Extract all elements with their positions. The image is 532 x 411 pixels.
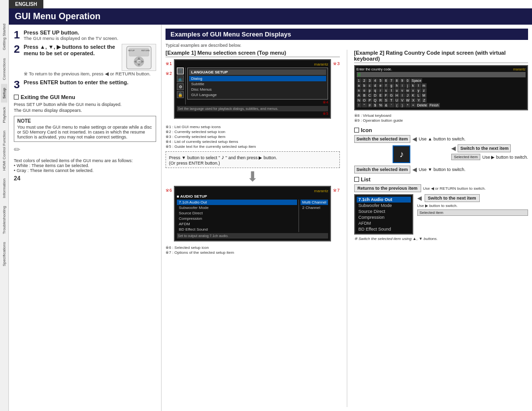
sidebar-tab-specifications[interactable]: Specifications (1, 238, 7, 270)
screen-labels-2: ※6 : Selected setup icon ※7 : Options of… (166, 245, 340, 255)
list-layout: 7.1ch Audio Out Subwoofer Mode Source Di… (354, 194, 529, 235)
footnote-7: ※7 : Options of the selected setup item (166, 250, 340, 255)
kb-row-4: ABCDEFGHIJKLM (357, 93, 526, 98)
switch-selected-label-2: Switch the selected item (354, 166, 411, 173)
kb-footnote-9: ※9 : Operation button guide (354, 118, 529, 123)
sidebar-tab-getting-started[interactable]: Getting Started (1, 20, 7, 54)
language-tab: ENGLISH (9, 0, 43, 8)
footnote-6: ※6 : Selected setup icon (166, 245, 340, 250)
gui-option-multi: Multi Channel (300, 200, 329, 205)
note-text: You must use the GUI menu to make settin… (17, 125, 153, 139)
typical-text: Typical examples are described below. (166, 43, 528, 48)
gui-marantz-1: marantz (177, 62, 328, 67)
sidebar-tab-connections[interactable]: Connections (1, 54, 7, 84)
text-colors-title: Text colors of selected items of the GUI… (14, 158, 156, 163)
label-1: ※1 : List GUI menu setup icons (166, 125, 340, 129)
exiting-step-1: Press SET UP button while the GUI menu i… (14, 102, 156, 107)
divider (347, 50, 347, 407)
main-content: ENGLISH GUI Menu Operation 1 Press SET U… (9, 0, 532, 411)
screen-labels-1: ※1 : List GUI menu setup icons ※2 : Curr… (166, 125, 340, 149)
examples-body: [Example 1] Menu selection screen (Top m… (166, 50, 528, 407)
step-1-detail: The GUI menu is displayed on the TV scre… (24, 35, 156, 41)
star-note: ※ Switch the selected item using ▲, ▼ bu… (354, 237, 529, 241)
icon-section-title: Icon (354, 127, 529, 133)
step-1-num: 1 (14, 30, 21, 40)
instruction-line3: (Or press ENTER button.) (169, 161, 220, 166)
step-2-detail: ※ To return to the previous item, press … (24, 71, 156, 76)
gui-audio-comp: Compression (177, 216, 297, 221)
list-title-label: List (361, 176, 371, 182)
list-item-2: Subwoofer Mode (357, 203, 411, 208)
gui-menu-audio-selected: 7.1ch Audio Out (177, 200, 297, 205)
icon-demo: ♪ (393, 145, 410, 163)
kb-input-field[interactable]: C (357, 72, 526, 77)
kb-footnote-8: ※8 : Virtual keyboard (354, 113, 529, 118)
example-2-col: [Example 2] Rating Country Code input sc… (354, 50, 529, 407)
gui-audio-bd: BD Effect Sound (177, 227, 297, 232)
step-3-num: 3 (14, 79, 21, 90)
content-area: 1 Press SET UP button. The GUI menu is d… (9, 25, 532, 411)
instruction-line1: Press ▼ button to select " (169, 155, 220, 160)
list-item-5: AFDM (357, 220, 411, 226)
text-color-white: • White : These items can be selected. (14, 163, 156, 168)
sidebar-tab-hdmi[interactable]: HDMI Control Function (1, 127, 7, 174)
exiting-step-2: The GUI menu display disappears. (14, 108, 156, 113)
switch-next-label: Switch to the next item (458, 144, 511, 152)
label-5: ※5 : Guide text for the currently select… (166, 144, 340, 149)
icon-row-1: Switch the selected item ◀ Use ▲ button … (354, 135, 529, 143)
icon-title-label: Icon (361, 127, 372, 133)
returns-instruction: Use ◀ or RETURN button to switch. (423, 186, 486, 191)
list-section-title: List (354, 176, 529, 182)
sidebar-tab-playback[interactable]: Playback (1, 103, 7, 127)
gui-screen-1: marantz 🎵 📺 ⚙ 🔒 (174, 59, 331, 119)
step-3-bold: Press ENTER button to enter the setting. (24, 79, 129, 85)
note-box: NOTE You must use the GUI menu to make s… (14, 116, 156, 142)
switch-next-row: ◀ Switch to the next item (451, 144, 528, 152)
text-colors-section: Text colors of selected items of the GUI… (14, 158, 156, 173)
list-arrow-1: ◀ (417, 195, 422, 202)
remote-svg: OK SETUP RETURN (124, 45, 154, 70)
list-item-6: BD Effect Sound (357, 226, 411, 232)
kb-key-1[interactable]: 1 (357, 78, 362, 83)
list-controls: ◀ Switch to the next item Use ▶ button t… (417, 194, 529, 216)
exiting-title: Exiting the GUI Menu (14, 94, 156, 100)
selected-item-row: Selected item Use ▶ button to switch. (451, 154, 528, 160)
label-3: ※3 : Currently selected setup item (166, 135, 340, 139)
arrow-2: ◀ (451, 145, 456, 152)
exiting-label: Exiting the GUI Menu (21, 94, 75, 100)
gui-menu-item-disc-menus: Disc Menus (189, 87, 326, 92)
examples-header: Examples of GUI Menu Screen Displays (166, 29, 528, 40)
label-2: ※2 : Currently selected setup icon (166, 130, 340, 134)
note-title: NOTE (17, 118, 153, 124)
gui-menu-item-dialog: Dialog (189, 76, 326, 81)
switch-selected-label-1: Switch the selected item (354, 135, 411, 143)
gui-option-2ch: 2 Channel (300, 205, 329, 210)
gui-menu-title-1: LANGUAGE SETUP (189, 69, 326, 75)
sidebar-tab-troubleshooting[interactable]: Troubleshooting (1, 202, 7, 238)
gui-desc-1: Set the language used for playback dialo… (177, 106, 328, 111)
svg-text:SETUP: SETUP (128, 49, 135, 52)
right-panel: Examples of GUI Menu Screen Displays Typ… (162, 25, 532, 411)
step-1: 1 Press SET UP button. The GUI menu is d… (14, 30, 156, 41)
list-demo: 7.1ch Audio Out Subwoofer Mode Source Di… (354, 194, 413, 235)
list-checkbox (354, 177, 359, 182)
instruction-icon: ♪ (221, 154, 224, 161)
text-color-gray: • Gray : These items cannot be selected. (14, 168, 156, 173)
sidebar: Getting Started Connections Setup Playba… (0, 0, 9, 411)
returns-label: Returns to the previous item (354, 184, 421, 192)
example-2-title: [Example 2] Rating Country Code input sc… (354, 50, 529, 63)
icon-demo-row: ♪ ◀ Switch to the next item Selected ite… (354, 144, 529, 164)
switch-instruction: Use ▶ button to switch. (417, 204, 529, 208)
checkbox-icon (14, 95, 19, 100)
kb-row-1: 1234567890Space (357, 78, 526, 83)
step-2-bold: Press ▲, ▼, ▶ buttons to select the menu… (24, 44, 115, 56)
sidebar-tab-information[interactable]: Information (1, 174, 7, 202)
exiting-section: Exiting the GUI Menu Press SET UP button… (14, 94, 156, 113)
svg-text:OK: OK (138, 61, 141, 63)
gui-menu-item-subtitle: Subtitle (189, 81, 326, 87)
list-item-4: Compression (357, 214, 411, 220)
pencil-icon: ✏ (14, 145, 156, 154)
sidebar-tab-setup[interactable]: Setup (1, 84, 7, 103)
gui-audio-afdm: AFDM (177, 221, 297, 227)
label-4: ※4 : List of currently selected setup it… (166, 139, 340, 144)
